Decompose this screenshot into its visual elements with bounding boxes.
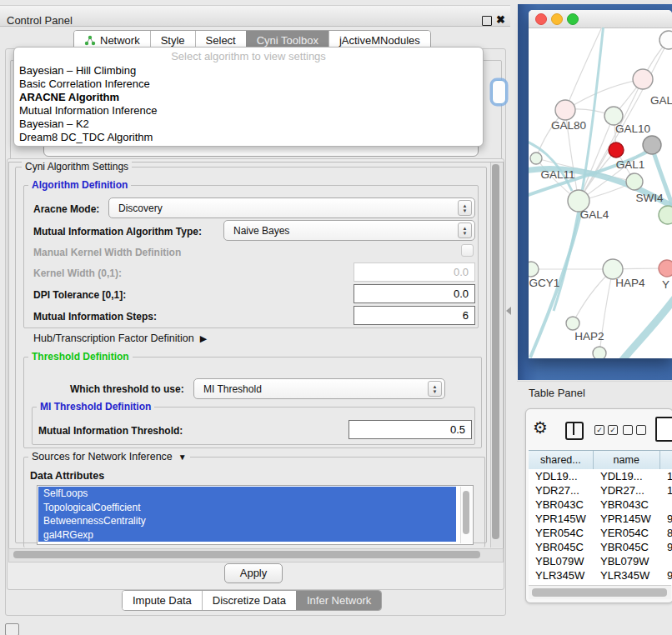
which-threshold-combo[interactable]: MI Threshold ▲▼ bbox=[193, 378, 445, 399]
mi-type-value: Naive Bayes bbox=[224, 225, 458, 237]
close-icon[interactable]: ✖ bbox=[496, 13, 505, 26]
table-row[interactable]: YDR27...YDR27...12 bbox=[529, 483, 672, 498]
kernel-width-field[interactable]: 0.0 bbox=[354, 262, 475, 282]
aracne-mode-combo[interactable]: Discovery ▲▼ bbox=[108, 198, 475, 218]
table-horizontal-scrollbar[interactable] bbox=[529, 585, 671, 599]
apply-button[interactable]: Apply bbox=[224, 563, 283, 583]
algorithm-option[interactable]: Dream8 DC_TDC Algorithm bbox=[19, 131, 469, 144]
table-header-row: shared...nameA bbox=[529, 450, 672, 470]
table-row[interactable]: YBR045CYBR045C9. bbox=[529, 540, 672, 554]
columns-icon[interactable] bbox=[565, 422, 584, 440]
manual-kernel-label: Manual Kernel Width Definition bbox=[33, 247, 181, 258]
algorithm-definition-legend: Algorithm Definition bbox=[28, 180, 131, 191]
select-all-checkboxes-icon[interactable]: ✓ ✓ bbox=[594, 425, 618, 435]
sources-toggle[interactable]: Sources for Network Inference▼ bbox=[28, 452, 190, 462]
settings-vertical-scrollbar[interactable] bbox=[490, 162, 502, 548]
network-canvas[interactable]: GALGAL80GAL10GAL11GAL1SWI4GAL4GCY1HAP4YH… bbox=[529, 28, 672, 358]
collapsed-arrow-icon: ▶ bbox=[200, 333, 207, 344]
node-label: SWI4 bbox=[635, 192, 663, 204]
node-gray[interactable] bbox=[643, 136, 661, 154]
algorithm-option[interactable]: Mutual Information Inference bbox=[19, 104, 469, 118]
cyni-algorithm-settings-legend: Cyni Algorithm Settings bbox=[22, 162, 132, 172]
columns-icon-divider bbox=[573, 423, 574, 435]
zoom-traffic-light-icon[interactable] bbox=[567, 13, 579, 25]
mi-type-combo[interactable]: Naive Bayes ▲▼ bbox=[223, 220, 475, 241]
mi-steps-label: Mutual Information Steps: bbox=[33, 311, 157, 322]
node-topright[interactable] bbox=[659, 31, 672, 49]
settings-horizontal-scrollbar[interactable] bbox=[8, 548, 504, 562]
collapsed-panel-icon[interactable] bbox=[5, 623, 19, 635]
table-horizontal-scrollbar-thumb[interactable] bbox=[532, 588, 667, 597]
float-window-icon[interactable] bbox=[482, 16, 492, 26]
algorithm-placeholder: Select algorithm to view settings bbox=[14, 50, 483, 62]
table-cell: YER054C bbox=[529, 527, 594, 539]
table-row[interactable]: YPR145WYPR145W9. bbox=[529, 512, 672, 526]
data-attributes-list[interactable]: SelfLoopsTopologicalCoefficientBetweenne… bbox=[37, 485, 474, 545]
node-bottom[interactable] bbox=[593, 347, 606, 358]
table-row[interactable]: YBL079WYBL079W bbox=[529, 554, 672, 568]
settings-horizontal-scrollbar-thumb[interactable] bbox=[13, 551, 480, 558]
column-header[interactable]: A bbox=[660, 451, 672, 469]
tab-discretize-data[interactable]: Discretize Data bbox=[202, 591, 296, 610]
attributes-list-scrollbar-thumb[interactable] bbox=[463, 491, 469, 534]
attribute-item[interactable]: BetweennessCentrality bbox=[38, 514, 456, 528]
splitter-collapse-icon[interactable] bbox=[506, 307, 511, 315]
table-cell: YDR27... bbox=[529, 484, 594, 497]
export-table-icon[interactable] bbox=[655, 417, 672, 442]
table-cell: YER054C bbox=[594, 527, 660, 539]
node-left-small[interactable] bbox=[530, 152, 542, 164]
table-cell: YLR345W bbox=[594, 569, 660, 582]
node-gcy1[interactable] bbox=[529, 262, 539, 277]
table-rows: YDL19...YDL19...13YDR27...YDR27...12YBR0… bbox=[529, 469, 672, 585]
attributes-list-scrollbar[interactable] bbox=[460, 487, 472, 543]
table-cell: YPR145W bbox=[529, 512, 594, 525]
attribute-item[interactable]: SelfLoops bbox=[38, 487, 456, 501]
column-header[interactable]: name bbox=[594, 451, 660, 469]
node-red[interactable] bbox=[609, 142, 624, 158]
column-header[interactable]: shared... bbox=[529, 451, 594, 469]
network-window-titlebar[interactable] bbox=[529, 10, 672, 28]
mi-threshold-field[interactable]: 0.5 bbox=[349, 420, 472, 439]
network-graph-icon bbox=[84, 35, 96, 46]
algorithm-option[interactable]: Bayesian – K2 bbox=[19, 118, 469, 131]
manual-kernel-checkbox[interactable] bbox=[461, 244, 474, 257]
dpi-tolerance-field[interactable]: 0.0 bbox=[354, 284, 475, 303]
table-cell: 9. bbox=[660, 541, 672, 553]
node-gal80[interactable] bbox=[555, 100, 575, 120]
attribute-item[interactable]: TopologicalCoefficient bbox=[38, 501, 456, 515]
algorithm-option[interactable]: Basic Correlation Inference bbox=[19, 78, 469, 91]
algorithm-option[interactable]: ARACNE Algorithm bbox=[19, 91, 469, 104]
algorithm-option[interactable]: Bayesian – Hill Climbing bbox=[19, 64, 469, 78]
node-label: GAL1 bbox=[616, 158, 645, 171]
deselect-all-checkboxes-icon[interactable] bbox=[623, 425, 646, 435]
node-swi4[interactable] bbox=[659, 206, 672, 224]
node-label: GCY1 bbox=[529, 277, 560, 289]
node-label: HAP2 bbox=[574, 330, 604, 342]
focused-combo-fragment[interactable] bbox=[492, 80, 506, 104]
minimize-traffic-light-icon[interactable] bbox=[551, 13, 563, 25]
tab-impute-data[interactable]: Impute Data bbox=[123, 591, 202, 610]
node-label: GAL80 bbox=[551, 119, 586, 132]
node-label: GAL4 bbox=[580, 208, 609, 221]
node-gal-cut[interactable] bbox=[633, 69, 653, 89]
mi-type-label: Mutual Information Algorithm Type: bbox=[33, 226, 202, 238]
table-row[interactable]: YDL19...YDL19...13 bbox=[529, 469, 672, 483]
expanded-arrow-icon: ▼ bbox=[178, 452, 187, 462]
close-traffic-light-icon[interactable] bbox=[535, 13, 547, 25]
table-row[interactable]: YER054CYER054C8. bbox=[529, 526, 672, 540]
gear-icon[interactable]: ⚙ bbox=[533, 419, 548, 436]
table-row[interactable]: YBR043CYBR043C bbox=[529, 498, 672, 512]
tab-infer-network[interactable]: Infer Network bbox=[296, 591, 381, 610]
attribute-item[interactable]: gal4RGexp bbox=[38, 528, 456, 542]
node-gal1[interactable] bbox=[626, 173, 643, 190]
table-row[interactable]: YLR345WYLR345W9. bbox=[529, 568, 672, 582]
data-attributes-label: Data Attributes bbox=[30, 470, 104, 482]
hub-section-toggle[interactable]: Hub/Transcription Factor Definition▶ bbox=[33, 332, 207, 344]
node-hap2[interactable] bbox=[566, 317, 579, 330]
aracne-mode-label: Aracne Mode: bbox=[33, 203, 99, 215]
mi-steps-field[interactable]: 6 bbox=[354, 306, 475, 325]
settings-vertical-scrollbar-thumb[interactable] bbox=[492, 164, 499, 539]
node-salmon[interactable] bbox=[659, 260, 672, 277]
cyni-mode-tabbar: Impute DataDiscretize DataInfer Network bbox=[122, 590, 382, 611]
aracne-mode-value: Discovery bbox=[109, 202, 458, 214]
